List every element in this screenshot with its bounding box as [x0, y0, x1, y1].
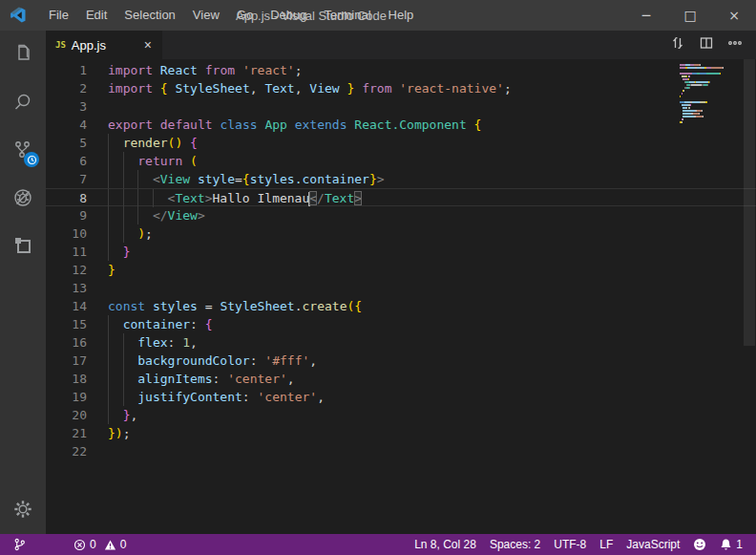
code-line-8[interactable]: 8<Text>Hallo Ilmenau</Text> — [46, 188, 756, 206]
token: default — [160, 117, 220, 132]
notifications-bell[interactable]: 1 — [716, 534, 746, 555]
indent-guide — [123, 170, 138, 188]
problems-warnings[interactable]: 0 — [100, 534, 131, 555]
eol[interactable]: LF — [596, 534, 617, 555]
token: justifyContent — [137, 390, 242, 404]
extensions-icon[interactable] — [0, 222, 46, 269]
tab-close-icon[interactable]: × — [141, 37, 155, 53]
code-line-10[interactable]: 10); — [46, 224, 756, 243]
split-editor-icon[interactable] — [699, 35, 714, 54]
token: } — [340, 81, 355, 96]
token: App — [264, 117, 294, 132]
code-line-13[interactable]: 13 — [46, 279, 756, 297]
problems-errors[interactable]: 0 — [70, 534, 100, 555]
maximize-button[interactable]: □ — [668, 0, 712, 31]
code-line-17[interactable]: 17backgroundColor: '#fff', — [46, 352, 756, 370]
feedback-smiley-icon[interactable] — [689, 534, 710, 555]
indent-guide — [108, 333, 123, 352]
line-number: 13 — [46, 279, 87, 297]
encoding[interactable]: UTF-8 — [550, 534, 590, 555]
token: ) — [116, 426, 123, 440]
indentation[interactable]: Spaces: 2 — [486, 534, 544, 555]
line-number: 11 — [46, 243, 87, 261]
menu-item-view[interactable]: View — [184, 0, 228, 31]
language-mode[interactable]: JavaScript — [622, 534, 683, 555]
explorer-icon[interactable] — [0, 31, 46, 78]
line-number: 7 — [46, 170, 87, 188]
menu-item-debug[interactable]: Debug — [262, 0, 315, 31]
menu-item-selection[interactable]: Selection — [116, 0, 183, 31]
code-text: }, — [108, 408, 137, 422]
menu-item-file[interactable]: File — [40, 0, 77, 31]
code-line-18[interactable]: 18alignItems: 'center', — [46, 370, 756, 388]
activity-bar — [0, 31, 46, 534]
more-actions-icon[interactable] — [727, 35, 743, 54]
bell-icon — [720, 538, 732, 551]
minimize-button[interactable]: ─ — [624, 0, 668, 31]
code-line-16[interactable]: 16flex: 1, — [46, 333, 756, 352]
line-number: 22 — [46, 442, 87, 460]
menu-item-help[interactable]: Help — [380, 0, 423, 31]
token: Text — [264, 81, 294, 96]
token: 'center' — [227, 372, 287, 386]
token: 'react-native' — [399, 81, 504, 96]
token: return — [137, 154, 190, 168]
indent-guide — [137, 170, 153, 188]
line-number: 14 — [46, 297, 87, 315]
indent-guide — [108, 406, 123, 424]
code-line-5[interactable]: 5render() { — [46, 134, 756, 152]
code-line-9[interactable]: 9</View> — [46, 206, 756, 224]
code-line-7[interactable]: 7<View style={styles.container}> — [46, 170, 756, 188]
token: : — [213, 372, 228, 386]
code-line-3[interactable]: 3 — [46, 97, 756, 116]
indent-guide — [137, 206, 153, 224]
search-icon[interactable] — [0, 78, 46, 126]
token: , — [250, 81, 265, 96]
token: Hallo Ilmenau — [213, 191, 310, 205]
line-number: 3 — [46, 97, 87, 116]
line-number: 8 — [46, 189, 87, 207]
tab-appjs[interactable]: JS App.js × — [46, 31, 162, 59]
code-line-6[interactable]: 6return ( — [46, 152, 756, 170]
git-branch-icon[interactable] — [10, 534, 30, 555]
sync-changes-icon[interactable] — [670, 35, 685, 54]
code-line-1[interactable]: 1import React from 'react'; — [46, 61, 756, 79]
indent-guide — [108, 243, 123, 261]
code-text: <Text>Hallo Ilmenau</Text> — [108, 191, 362, 205]
vertical-scrollbar[interactable] — [744, 59, 755, 346]
token: React — [160, 63, 205, 77]
minimap[interactable] — [680, 63, 739, 139]
menu-item-edit[interactable]: Edit — [77, 0, 116, 31]
debug-icon[interactable] — [0, 174, 46, 222]
indent-guide — [108, 134, 123, 152]
code-line-11[interactable]: 11} — [46, 243, 756, 261]
token: ; — [123, 426, 131, 440]
editor[interactable]: 1import React from 'react';2import { Sty… — [46, 59, 756, 534]
source-control-icon[interactable] — [0, 126, 46, 174]
code-line-21[interactable]: 21}); — [46, 424, 756, 442]
manage-gear-icon[interactable] — [0, 488, 46, 530]
token — [182, 136, 190, 150]
code-line-20[interactable]: 20}, — [46, 406, 756, 424]
token: : — [242, 390, 258, 404]
code-line-2[interactable]: 2import { StyleSheet, Text, View } from … — [46, 79, 756, 97]
code-line-22[interactable]: 22 — [46, 442, 756, 460]
token: View — [309, 81, 339, 96]
code-line-14[interactable]: 14const styles = StyleSheet.create({ — [46, 297, 756, 315]
menu-item-terminal[interactable]: Terminal — [315, 0, 379, 31]
token: < — [309, 191, 317, 205]
code-text: export default class App extends React.C… — [108, 117, 481, 132]
code-text: alignItems: 'center', — [108, 372, 295, 386]
code-line-15[interactable]: 15container: { — [46, 315, 756, 333]
code-line-12[interactable]: 12} — [46, 261, 756, 279]
cursor-position[interactable]: Ln 8, Col 28 — [410, 534, 480, 555]
code-line-4[interactable]: 4export default class App extends React.… — [46, 116, 756, 134]
close-button[interactable]: × — [712, 0, 756, 31]
token: Text — [175, 191, 204, 205]
line-number: 9 — [46, 206, 87, 224]
token: extends — [295, 117, 355, 132]
token: create — [303, 299, 347, 313]
code-line-19[interactable]: 19justifyContent: 'center', — [46, 388, 756, 406]
code-text: justifyContent: 'center', — [108, 390, 325, 404]
menu-item-go[interactable]: Go — [228, 0, 262, 31]
